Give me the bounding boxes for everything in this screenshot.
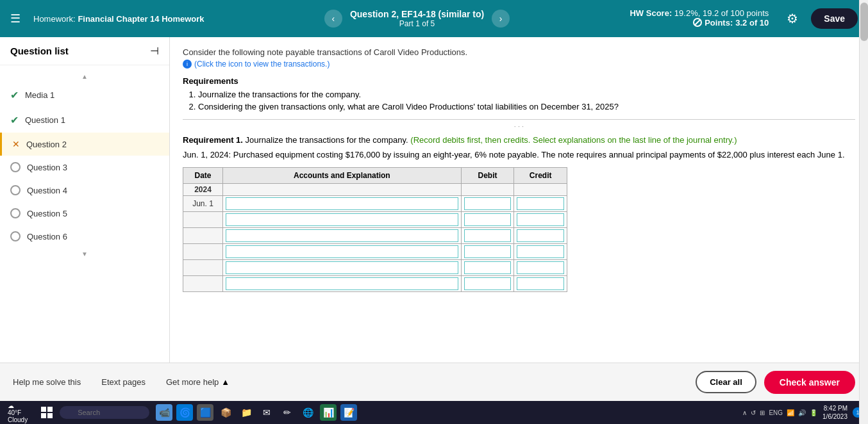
date-cell bbox=[183, 228, 223, 244]
edge-taskbar-icon[interactable]: 🌀 bbox=[176, 404, 193, 421]
taskbar-weather: ☁ 40°F Cloudy bbox=[5, 402, 30, 423]
sidebar-item-label: Question 2 bbox=[26, 140, 67, 149]
explorer-taskbar-icon[interactable]: 📁 bbox=[238, 404, 255, 421]
empty-circle-icon bbox=[10, 162, 21, 172]
taskbar: ☁ 40°F Cloudy 🔍 📹 🌀 🟦 📦 📁 bbox=[0, 401, 868, 424]
zoom-taskbar-icon[interactable]: 📹 bbox=[156, 404, 172, 421]
mail-taskbar-icon[interactable]: ✉ bbox=[258, 404, 275, 421]
credit-cell bbox=[514, 196, 567, 212]
sidebar-title: Question list bbox=[10, 45, 69, 56]
chevron-up-icon[interactable]: ∧ bbox=[742, 409, 747, 416]
bottom-right-actions: Clear all Check answer bbox=[696, 371, 855, 394]
sidebar-item-media1[interactable]: ✔ Media 1 bbox=[0, 83, 169, 108]
clear-all-button[interactable]: Clear all bbox=[696, 371, 756, 393]
bottom-bar: Help me solve this Etext pages Get more … bbox=[0, 363, 868, 401]
debit-input[interactable] bbox=[464, 245, 512, 258]
main-layout: Question list ⊣ ▲ ✔ Media 1 ✔ Question 1… bbox=[0, 37, 868, 363]
date-display: 1/6/2023 bbox=[822, 412, 847, 421]
sidebar-item-q4[interactable]: Question 4 bbox=[0, 179, 169, 202]
word-taskbar-icon[interactable]: 📝 bbox=[340, 404, 357, 421]
sidebar-item-q6[interactable]: Question 6 bbox=[0, 225, 169, 248]
debit-input[interactable] bbox=[464, 197, 512, 210]
prev-question-button[interactable]: ‹ bbox=[324, 10, 342, 28]
hw-score-label: HW Score: bbox=[630, 8, 672, 18]
next-question-button[interactable]: › bbox=[492, 10, 510, 28]
empty-circle-icon bbox=[10, 231, 21, 241]
scroll-down-indicator: ▼ bbox=[0, 248, 169, 260]
question-info: Question 2, EF14-18 (similar to) Part 1 … bbox=[350, 9, 484, 28]
year-account-cell bbox=[222, 184, 461, 196]
credit-input[interactable] bbox=[517, 245, 564, 258]
col-accounts: Accounts and Explanation bbox=[222, 168, 461, 184]
scrollbar-thumb[interactable] bbox=[860, 3, 868, 41]
credit-input[interactable] bbox=[517, 277, 564, 290]
account-input[interactable] bbox=[226, 277, 458, 290]
refresh-icon[interactable]: ↺ bbox=[751, 409, 756, 416]
help-solve-button[interactable]: Help me solve this bbox=[13, 377, 81, 387]
get-more-help-button[interactable]: Get more help bbox=[166, 377, 219, 387]
speaker-icon[interactable]: 🔊 bbox=[798, 409, 806, 416]
debit-input[interactable] bbox=[464, 277, 512, 290]
gear-button[interactable]: ⚙ bbox=[787, 11, 798, 26]
account-input[interactable] bbox=[226, 213, 458, 226]
content-scrollbar[interactable] bbox=[859, 0, 868, 424]
sidebar-item-label: Question 4 bbox=[27, 186, 67, 195]
wifi-icon[interactable]: 📶 bbox=[787, 409, 794, 416]
credit-input[interactable] bbox=[517, 229, 564, 242]
info-link[interactable]: i (Click the icon to view the transactio… bbox=[183, 60, 855, 69]
account-cell bbox=[222, 212, 461, 228]
credit-input[interactable] bbox=[517, 261, 564, 274]
account-input[interactable] bbox=[226, 261, 458, 274]
windows-icon bbox=[40, 406, 53, 419]
credit-input[interactable] bbox=[517, 197, 564, 210]
debit-cell bbox=[461, 228, 514, 244]
debit-input[interactable] bbox=[464, 261, 512, 274]
divider-line bbox=[183, 119, 855, 120]
check-answer-button[interactable]: Check answer bbox=[764, 371, 855, 394]
debit-input[interactable] bbox=[464, 229, 512, 242]
taskbar-right: ∧ ↺ ⊞ ENG 📶 🔊 🔋 8:42 PM 1/6/2023 1 bbox=[742, 404, 863, 421]
save-button[interactable]: Save bbox=[811, 8, 858, 29]
sidebar-item-q5[interactable]: Question 5 bbox=[0, 202, 169, 225]
table-row-year: 2024 bbox=[183, 184, 567, 196]
system-tray: ∧ ↺ ⊞ ENG 📶 🔊 🔋 bbox=[742, 409, 817, 416]
requirements-section: Requirements Journalize the transactions… bbox=[183, 76, 855, 111]
collapse-sidebar-button[interactable]: ⊣ bbox=[150, 45, 159, 57]
taskview-icon[interactable]: ⊞ bbox=[760, 409, 765, 416]
divider-dots: · · · bbox=[183, 122, 855, 130]
start-button[interactable] bbox=[38, 404, 56, 421]
account-cell bbox=[222, 228, 461, 244]
battery-icon[interactable]: 🔋 bbox=[810, 409, 817, 416]
requirement-1-text: Journalize the transactions for the comp… bbox=[198, 90, 855, 99]
credit-input[interactable] bbox=[517, 213, 564, 226]
taskbar-search-input[interactable] bbox=[60, 406, 149, 419]
question-nav: ‹ Question 2, EF14-18 (similar to) Part … bbox=[212, 9, 622, 28]
sidebar-item-q1[interactable]: ✔ Question 1 bbox=[0, 108, 169, 133]
sidebar-item-q2[interactable]: ✕ Question 2 bbox=[0, 133, 169, 156]
points-value: 3.2 of 10 bbox=[735, 18, 769, 28]
credit-cell bbox=[514, 244, 567, 260]
empty-circle-icon bbox=[10, 208, 21, 218]
table-row: Jun. 1 bbox=[183, 196, 567, 212]
store-taskbar-icon[interactable]: 🟦 bbox=[197, 404, 213, 421]
weather-temp: 40°F bbox=[8, 409, 28, 416]
sidebar-item-q3[interactable]: Question 3 bbox=[0, 156, 169, 179]
sidebar-header: Question list ⊣ bbox=[0, 37, 169, 65]
menu-icon[interactable]: ☰ bbox=[10, 12, 21, 26]
req1-bold-label: Requirement 1. bbox=[183, 135, 243, 145]
account-input[interactable] bbox=[226, 197, 458, 210]
account-input[interactable] bbox=[226, 229, 458, 242]
pencil-taskbar-icon[interactable]: ✏ bbox=[279, 404, 296, 421]
dropbox-taskbar-icon[interactable]: 📦 bbox=[217, 404, 234, 421]
excel-taskbar-icon[interactable]: 📊 bbox=[320, 404, 337, 421]
debit-input[interactable] bbox=[464, 213, 512, 226]
etext-pages-button[interactable]: Etext pages bbox=[101, 377, 146, 387]
account-input[interactable] bbox=[226, 245, 458, 258]
req1-instruction-text: Journalize the transactions for the comp… bbox=[246, 135, 408, 145]
col-debit: Debit bbox=[461, 168, 514, 184]
requirements-heading: Requirements bbox=[183, 76, 855, 86]
chrome-taskbar-icon[interactable]: 🌐 bbox=[299, 404, 316, 421]
year-cell: 2024 bbox=[183, 184, 223, 196]
top-header: ☰ Homework: Financial Chapter 14 Homewor… bbox=[0, 0, 868, 37]
sidebar-item-label: Media 1 bbox=[25, 90, 54, 100]
